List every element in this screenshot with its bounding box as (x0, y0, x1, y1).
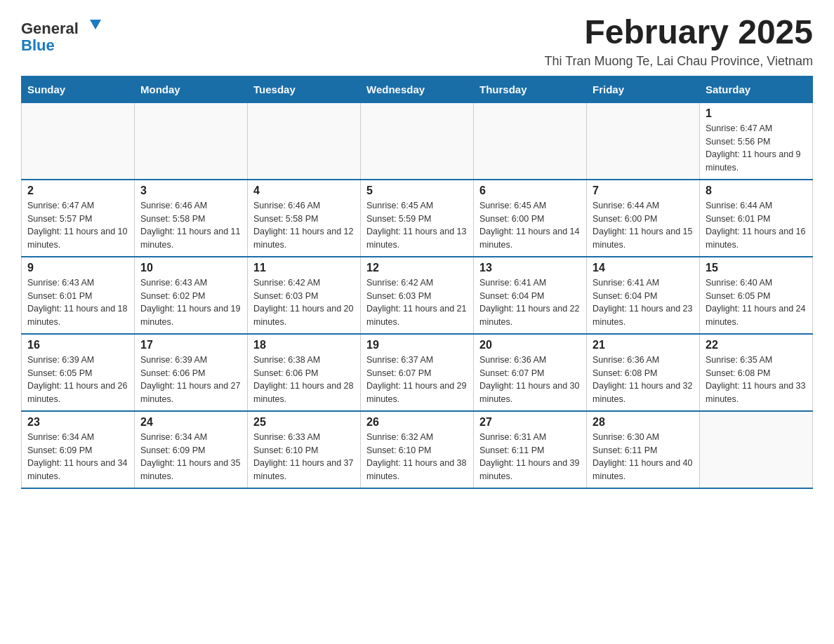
calendar-cell: 24Sunrise: 6:34 AMSunset: 6:09 PMDayligh… (135, 411, 248, 488)
days-of-week-row: SundayMondayTuesdayWednesdayThursdayFrid… (22, 76, 813, 102)
main-title: February 2025 (544, 14, 813, 51)
calendar-cell: 18Sunrise: 6:38 AMSunset: 6:06 PMDayligh… (248, 334, 361, 411)
day-number: 17 (140, 339, 241, 351)
day-info: Sunrise: 6:46 AMSunset: 5:58 PMDaylight:… (140, 199, 241, 252)
calendar-cell: 4Sunrise: 6:46 AMSunset: 5:58 PMDaylight… (248, 180, 361, 257)
day-number: 1 (706, 107, 807, 120)
day-number: 20 (479, 339, 581, 351)
calendar-cell (587, 102, 700, 180)
calendar-cell: 28Sunrise: 6:30 AMSunset: 6:11 PMDayligh… (587, 411, 700, 488)
calendar-cell: 26Sunrise: 6:32 AMSunset: 6:10 PMDayligh… (361, 411, 474, 488)
day-info: Sunrise: 6:46 AMSunset: 5:58 PMDaylight:… (253, 199, 355, 252)
calendar-week-row: 9Sunrise: 6:43 AMSunset: 6:01 PMDaylight… (22, 257, 813, 334)
day-number: 14 (593, 262, 694, 274)
calendar-cell: 6Sunrise: 6:45 AMSunset: 6:00 PMDaylight… (474, 180, 587, 257)
day-info: Sunrise: 6:41 AMSunset: 6:04 PMDaylight:… (479, 276, 581, 329)
day-of-week-header: Monday (135, 76, 248, 102)
day-number: 4 (253, 185, 355, 197)
day-number: 22 (706, 339, 807, 351)
day-number: 9 (27, 262, 128, 274)
day-info: Sunrise: 6:42 AMSunset: 6:03 PMDaylight:… (253, 276, 355, 329)
calendar-cell: 10Sunrise: 6:43 AMSunset: 6:02 PMDayligh… (135, 257, 248, 334)
title-area: February 2025 Thi Tran Muong Te, Lai Cha… (544, 14, 813, 69)
day-info: Sunrise: 6:36 AMSunset: 6:07 PMDaylight:… (479, 354, 581, 406)
day-number: 18 (253, 339, 355, 351)
calendar-cell: 17Sunrise: 6:39 AMSunset: 6:06 PMDayligh… (135, 334, 248, 411)
day-number: 10 (140, 262, 241, 274)
calendar-cell: 20Sunrise: 6:36 AMSunset: 6:07 PMDayligh… (474, 334, 587, 411)
calendar-cell (248, 102, 361, 180)
day-number: 6 (479, 185, 581, 197)
calendar-cell: 7Sunrise: 6:44 AMSunset: 6:00 PMDaylight… (587, 180, 700, 257)
day-number: 11 (253, 262, 355, 274)
calendar-cell: 19Sunrise: 6:37 AMSunset: 6:07 PMDayligh… (361, 334, 474, 411)
calendar-cell: 25Sunrise: 6:33 AMSunset: 6:10 PMDayligh… (248, 411, 361, 488)
day-of-week-header: Wednesday (361, 76, 474, 102)
calendar-header: SundayMondayTuesdayWednesdayThursdayFrid… (22, 76, 813, 102)
day-info: Sunrise: 6:42 AMSunset: 6:03 PMDaylight:… (366, 276, 468, 329)
calendar-cell: 14Sunrise: 6:41 AMSunset: 6:04 PMDayligh… (587, 257, 700, 334)
calendar-cell (474, 102, 587, 180)
day-info: Sunrise: 6:44 AMSunset: 6:00 PMDaylight:… (593, 199, 694, 252)
svg-text:General: General (21, 20, 79, 37)
day-number: 13 (479, 262, 581, 274)
day-info: Sunrise: 6:39 AMSunset: 6:06 PMDaylight:… (140, 354, 241, 406)
day-of-week-header: Tuesday (248, 76, 361, 102)
calendar-week-row: 2Sunrise: 6:47 AMSunset: 5:57 PMDaylight… (22, 180, 813, 257)
day-number: 2 (27, 185, 128, 197)
day-number: 23 (27, 416, 128, 429)
day-number: 27 (479, 416, 581, 429)
day-info: Sunrise: 6:44 AMSunset: 6:01 PMDaylight:… (706, 199, 807, 252)
day-number: 15 (706, 262, 807, 274)
calendar-cell (135, 102, 248, 180)
calendar-week-row: 1Sunrise: 6:47 AMSunset: 5:56 PMDaylight… (22, 102, 813, 180)
day-info: Sunrise: 6:43 AMSunset: 6:01 PMDaylight:… (27, 276, 128, 329)
day-number: 24 (140, 416, 241, 429)
day-info: Sunrise: 6:31 AMSunset: 6:11 PMDaylight:… (479, 431, 581, 483)
day-number: 26 (366, 416, 468, 429)
calendar-body: 1Sunrise: 6:47 AMSunset: 5:56 PMDaylight… (22, 102, 813, 488)
calendar-cell: 21Sunrise: 6:36 AMSunset: 6:08 PMDayligh… (587, 334, 700, 411)
day-info: Sunrise: 6:45 AMSunset: 6:00 PMDaylight:… (479, 199, 581, 252)
svg-marker-1 (90, 20, 101, 29)
day-number: 5 (366, 185, 468, 197)
calendar-cell (361, 102, 474, 180)
logo: General Blue (21, 14, 119, 56)
day-info: Sunrise: 6:35 AMSunset: 6:08 PMDaylight:… (706, 354, 807, 406)
day-of-week-header: Thursday (474, 76, 587, 102)
calendar-cell: 8Sunrise: 6:44 AMSunset: 6:01 PMDaylight… (700, 180, 813, 257)
day-number: 3 (140, 185, 241, 197)
logo-svg: General Blue (21, 14, 119, 56)
calendar-cell: 16Sunrise: 6:39 AMSunset: 6:05 PMDayligh… (22, 334, 135, 411)
location-subtitle: Thi Tran Muong Te, Lai Chau Province, Vi… (544, 54, 813, 69)
calendar-cell: 3Sunrise: 6:46 AMSunset: 5:58 PMDaylight… (135, 180, 248, 257)
day-number: 16 (27, 339, 128, 351)
calendar-cell: 12Sunrise: 6:42 AMSunset: 6:03 PMDayligh… (361, 257, 474, 334)
calendar-cell (700, 411, 813, 488)
calendar-cell: 1Sunrise: 6:47 AMSunset: 5:56 PMDaylight… (700, 102, 813, 180)
day-number: 19 (366, 339, 468, 351)
calendar-cell: 5Sunrise: 6:45 AMSunset: 5:59 PMDaylight… (361, 180, 474, 257)
calendar-cell: 15Sunrise: 6:40 AMSunset: 6:05 PMDayligh… (700, 257, 813, 334)
calendar-cell: 23Sunrise: 6:34 AMSunset: 6:09 PMDayligh… (22, 411, 135, 488)
day-info: Sunrise: 6:47 AMSunset: 5:57 PMDaylight:… (27, 199, 128, 252)
day-info: Sunrise: 6:47 AMSunset: 5:56 PMDaylight:… (706, 122, 807, 175)
day-info: Sunrise: 6:34 AMSunset: 6:09 PMDaylight:… (27, 431, 128, 483)
calendar-cell: 27Sunrise: 6:31 AMSunset: 6:11 PMDayligh… (474, 411, 587, 488)
day-info: Sunrise: 6:40 AMSunset: 6:05 PMDaylight:… (706, 276, 807, 329)
page-header: General Blue February 2025 Thi Tran Muon… (21, 14, 813, 69)
day-number: 8 (706, 185, 807, 197)
day-info: Sunrise: 6:41 AMSunset: 6:04 PMDaylight:… (593, 276, 694, 329)
day-info: Sunrise: 6:30 AMSunset: 6:11 PMDaylight:… (593, 431, 694, 483)
day-of-week-header: Friday (587, 76, 700, 102)
calendar-cell: 9Sunrise: 6:43 AMSunset: 6:01 PMDaylight… (22, 257, 135, 334)
day-info: Sunrise: 6:45 AMSunset: 5:59 PMDaylight:… (366, 199, 468, 252)
day-info: Sunrise: 6:34 AMSunset: 6:09 PMDaylight:… (140, 431, 241, 483)
calendar-table: SundayMondayTuesdayWednesdayThursdayFrid… (21, 76, 813, 489)
day-info: Sunrise: 6:38 AMSunset: 6:06 PMDaylight:… (253, 354, 355, 406)
calendar-cell: 22Sunrise: 6:35 AMSunset: 6:08 PMDayligh… (700, 334, 813, 411)
day-info: Sunrise: 6:33 AMSunset: 6:10 PMDaylight:… (253, 431, 355, 483)
calendar-cell (22, 102, 135, 180)
day-number: 25 (253, 416, 355, 429)
day-info: Sunrise: 6:32 AMSunset: 6:10 PMDaylight:… (366, 431, 468, 483)
